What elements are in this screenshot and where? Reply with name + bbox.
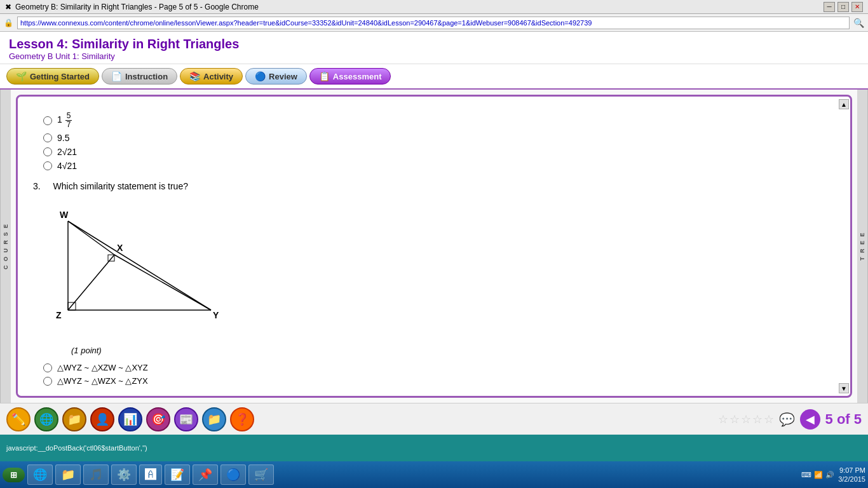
keyboard-icon: ⌨ [801, 471, 811, 479]
review-icon: 🔵 [255, 71, 266, 81]
question-3-number: 3. [33, 181, 41, 191]
tab-review[interactable]: 🔵 Review [245, 68, 307, 85]
radio-q2-1[interactable] [43, 116, 52, 125]
radio-q2-3[interactable] [43, 147, 52, 156]
time-display: 9:07 PM 3/2/2015 [838, 466, 865, 484]
pagination: ☆ ☆ ☆ ☆ ☆ 💬 ◀ 5 of 5 [718, 409, 862, 430]
tool-btn-3[interactable]: 📁 [62, 407, 86, 431]
address-input[interactable] [17, 17, 850, 29]
scroll-down-arrow[interactable]: ▼ [839, 383, 849, 393]
svg-text:Z: Z [56, 310, 62, 320]
radio-q3-2[interactable] [43, 377, 52, 386]
scroll-up-arrow[interactable]: ▲ [839, 99, 849, 109]
answer-text-3: 2√21 [57, 147, 77, 157]
star-1[interactable]: ☆ [718, 412, 728, 426]
prev-page-button[interactable]: ◀ [800, 409, 820, 430]
files-icon: 📁 [61, 468, 75, 482]
tab-assessment-label: Assessment [333, 72, 382, 81]
taskbar-notes[interactable]: 📌 [193, 464, 218, 485]
tool-btn-5[interactable]: 📊 [118, 407, 142, 431]
answer-text-4: 4√21 [57, 161, 77, 171]
taskbar-word[interactable]: 📝 [165, 464, 190, 485]
tab-activity[interactable]: 📚 Activity [180, 68, 243, 85]
address-bar: 🔒 🔍 [0, 14, 868, 32]
content-inner[interactable]: 1 5 7 9.5 2√21 [18, 97, 850, 396]
tool-btn-2[interactable]: 🌐 [34, 407, 58, 431]
title-bar: ✖ Geometry B: Similarity in Right Triang… [0, 0, 868, 14]
minimize-button[interactable]: ─ [824, 2, 835, 12]
notes-icon: 📌 [198, 468, 212, 482]
close-button[interactable]: ✕ [851, 2, 863, 12]
taskbar-chrome[interactable]: 🔵 [220, 464, 246, 485]
stars-area: ☆ ☆ ☆ ☆ ☆ 💬 [718, 412, 795, 427]
window-title: Geometry B: Similarity in Right Triangle… [15, 3, 259, 11]
taskbar-right: ⌨ 📶 🔊 9:07 PM 3/2/2015 [801, 466, 865, 484]
ie-icon: 🌐 [33, 468, 47, 482]
content-frame: ▲ ▼ 1 5 7 [16, 95, 852, 398]
nav-tabs: 🌱 Getting Started 📄 Instruction 📚 Activi… [0, 64, 868, 90]
maximize-button[interactable]: □ [837, 2, 849, 12]
windows-icon: ⊞ [10, 470, 17, 480]
lesson-subtitle: Geometry B Unit 1: Similarity [9, 51, 859, 61]
tool-btn-8[interactable]: 📁 [202, 407, 226, 431]
tool-btn-4[interactable]: 👤 [90, 407, 114, 431]
taskbar-settings[interactable]: ⚙️ [111, 464, 137, 485]
side-tree-label: T R E E [857, 90, 868, 403]
getting-started-icon: 🌱 [16, 71, 27, 81]
answer-option-q3-2: △WYZ ~ △WZX ~ △ZYX [43, 376, 835, 386]
settings-icon: ⚙️ [117, 468, 131, 482]
chrome-icon: 🔵 [226, 468, 240, 482]
answer-q3-text-1: △WYZ ~ △XZW ~ △XYZ [57, 363, 148, 372]
media-icon: 🎵 [89, 468, 103, 482]
answer-text-1: 1 5 7 [57, 112, 72, 129]
reload-icon[interactable]: 🔍 [853, 18, 864, 28]
tool-btn-9[interactable]: ❓ [230, 407, 254, 431]
store-icon: 🛒 [254, 468, 268, 482]
star-2[interactable]: ☆ [729, 412, 740, 426]
star-5[interactable]: ☆ [764, 412, 774, 426]
svg-line-5 [68, 221, 114, 255]
side-course-label: C O U R S E [0, 90, 11, 403]
sys-icons: ⌨ 📶 🔊 [801, 471, 834, 479]
question-3-text: 3. Which similarity statement is true? [33, 181, 835, 191]
answer-option-2: 9.5 [43, 133, 835, 143]
comment-icon[interactable]: 💬 [779, 412, 795, 427]
clock-date: 3/2/2015 [838, 475, 865, 484]
answer-text-2: 9.5 [57, 133, 69, 143]
svg-line-3 [68, 255, 114, 310]
star-4[interactable]: ☆ [752, 412, 763, 426]
answer-option-3: 2√21 [43, 147, 835, 157]
taskbar: ⊞ 🌐 📁 🎵 ⚙️ 🅰 📝 📌 🔵 🛒 ⌨ [0, 461, 868, 488]
radio-q2-2[interactable] [43, 133, 52, 142]
svg-text:Y: Y [213, 310, 219, 320]
network-icon: 📶 [814, 471, 823, 479]
taskbar-ie[interactable]: 🌐 [27, 464, 53, 485]
browser-icon: ✖ [5, 3, 11, 11]
taskbar-store[interactable]: 🛒 [248, 464, 274, 485]
lesson-title: Lesson 4: Similarity in Right Triangles [9, 37, 859, 51]
title-bar-controls: ─ □ ✕ [824, 2, 863, 12]
radio-q3-1[interactable] [43, 363, 52, 372]
word-icon: 📝 [170, 468, 184, 482]
question-3-block: 3. Which similarity statement is true? [33, 181, 835, 386]
taskbar-amazon[interactable]: 🅰 [139, 464, 162, 485]
status-text: javascript:__doPostBack('ctl06$startButt… [6, 444, 147, 452]
answer-q3-text-2: △WYZ ~ △WZX ~ △ZYX [57, 376, 148, 386]
tool-btn-6[interactable]: 🎯 [146, 407, 170, 431]
lesson-header: Lesson 4: Similarity in Right Triangles … [0, 32, 868, 64]
tool-btn-1[interactable]: ✏️ [6, 407, 31, 431]
bottom-toolbar: ✏️ 🌐 📁 👤 📊 🎯 📰 📁 ❓ ☆ ☆ ☆ ☆ ☆ 💬 ◀ 5 of 5 [0, 403, 868, 435]
taskbar-media[interactable]: 🎵 [83, 464, 109, 485]
radio-q2-4[interactable] [43, 161, 52, 170]
tab-instruction-label: Instruction [125, 72, 168, 81]
tool-btn-7[interactable]: 📰 [174, 407, 198, 431]
star-3[interactable]: ☆ [741, 412, 751, 426]
tab-getting-started[interactable]: 🌱 Getting Started [6, 68, 99, 85]
app-wrapper: ✖ Geometry B: Similarity in Right Triang… [0, 0, 868, 488]
start-button[interactable]: ⊞ [3, 468, 25, 482]
tab-assessment[interactable]: 📋 Assessment [309, 68, 391, 85]
volume-icon: 🔊 [825, 471, 834, 479]
taskbar-files[interactable]: 📁 [55, 464, 81, 485]
tab-instruction[interactable]: 📄 Instruction [102, 68, 177, 85]
tab-review-label: Review [269, 72, 297, 81]
